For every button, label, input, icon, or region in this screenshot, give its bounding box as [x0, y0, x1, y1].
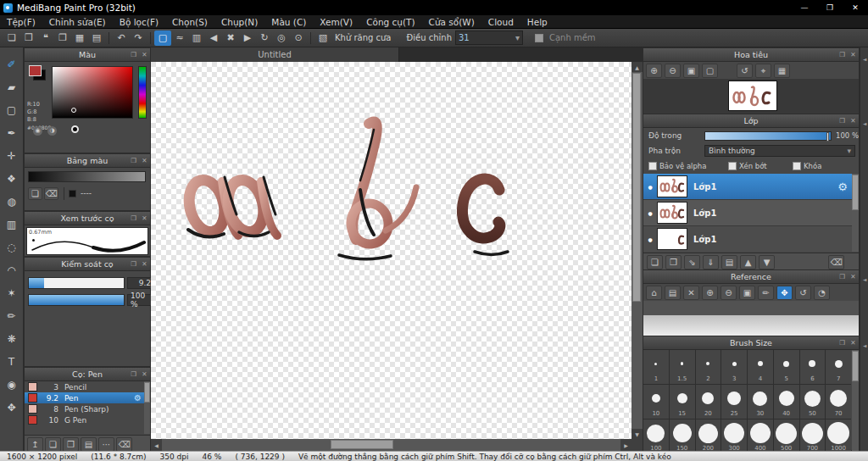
panel-float-icon[interactable]: ❐	[837, 117, 848, 125]
layer-add-icon[interactable]: ❏	[647, 255, 663, 269]
navigator-preview-area[interactable]	[643, 79, 859, 114]
scroll-up-icon[interactable]: ▲	[632, 62, 643, 72]
ref-zoom-in-icon[interactable]: ⊕	[702, 286, 718, 300]
clipping-check[interactable]: Xén bớt	[728, 162, 767, 170]
opacity-slider-handle[interactable]	[826, 132, 829, 142]
panel-close-icon[interactable]: ✕	[848, 273, 859, 280]
minimize-button[interactable]: —	[792, 0, 817, 15]
reference-canvas-area[interactable]	[643, 315, 859, 336]
lock-check[interactable]: Khóa	[793, 162, 821, 170]
ref-rotate-icon[interactable]: ↺	[795, 286, 811, 300]
brush-size-option[interactable]: 700	[800, 419, 826, 453]
scroll-left-icon[interactable]: ◀	[151, 439, 162, 451]
ref-pipette-icon[interactable]: ◔	[814, 286, 830, 300]
menu-file[interactable]: Tệp(F)	[0, 15, 42, 29]
adjust-dropdown[interactable]: 31 ▾	[455, 31, 523, 45]
brush-menu-icon[interactable]: ⋯	[98, 437, 114, 452]
palette-color-swatch[interactable]	[69, 190, 76, 197]
canvas-vscrollbar[interactable]: ▲ ▼	[632, 62, 643, 439]
layer-trash-icon[interactable]: ⌫	[828, 255, 844, 269]
lasso-tool-icon[interactable]: ◌	[2, 236, 22, 258]
panel-float-icon[interactable]: ❐	[128, 51, 139, 58]
brush-opacity-slider[interactable]	[28, 294, 125, 306]
palette-add-icon[interactable]: ❏	[28, 187, 42, 200]
brush-up-icon[interactable]: ↥	[27, 437, 43, 452]
brush-size-option[interactable]: 300	[721, 419, 747, 453]
undo-button[interactable]: ↶	[113, 31, 130, 46]
ref-folder-icon[interactable]: ▤	[665, 286, 681, 300]
panel-float-icon[interactable]: ❐	[837, 51, 848, 58]
panel-float-icon[interactable]: ❐	[128, 214, 139, 222]
layer-row[interactable]: ● Lớp1	[643, 200, 852, 226]
nav-crosshair-icon[interactable]: ⌖	[755, 64, 771, 78]
zoom-tool-icon[interactable]: ◉	[2, 373, 22, 396]
magic-wand-tool-icon[interactable]: ✶	[2, 281, 22, 304]
curve-tool-icon[interactable]: ◠	[2, 258, 22, 281]
brush-size-option[interactable]: 50	[800, 385, 826, 419]
layer-folder-icon[interactable]: ▤	[721, 255, 737, 269]
menu-view[interactable]: Xem(V)	[313, 15, 359, 29]
panel-collapse-icon[interactable]: ◄	[860, 339, 868, 351]
snap-target-button[interactable]: ⊙	[290, 31, 307, 46]
gradient-tool-icon[interactable]: ▥	[2, 213, 22, 236]
cancel-select-button[interactable]: ✖	[222, 31, 239, 46]
menu-filter[interactable]: Bộ lọc(F)	[113, 15, 165, 29]
nav-rotate-icon[interactable]: ↺	[737, 64, 753, 78]
layer-duplicate-icon[interactable]: ❐	[665, 255, 682, 269]
protect-alpha-check[interactable]: Bảo vệ alpha	[648, 162, 706, 170]
brush-size-option[interactable]: 70	[826, 385, 851, 419]
scroll-down-icon[interactable]: ▼	[632, 429, 643, 439]
brush-size-option[interactable]: 1.5	[670, 350, 695, 384]
layer-visible-icon[interactable]: ●	[643, 210, 657, 216]
pen-tool-icon[interactable]: ✒	[2, 121, 22, 144]
brush-size-option[interactable]: 25	[721, 385, 747, 419]
ref-hand-icon[interactable]: ✥	[776, 286, 793, 300]
brush-size-option[interactable]: 4	[748, 350, 773, 384]
text-tool-icon[interactable]: T	[2, 350, 22, 373]
layer-merge-icon[interactable]: ⇓	[703, 255, 719, 269]
close-button[interactable]: ✕	[843, 0, 868, 15]
layer-settings-gear-icon[interactable]: ⚙	[837, 181, 848, 193]
brush-size-option[interactable]: 40	[774, 385, 799, 419]
hscroll-thumb[interactable]	[331, 440, 393, 449]
brush-size-option[interactable]: 6	[800, 350, 826, 384]
brush-item-g-pen[interactable]: 10 G Pen	[25, 414, 144, 425]
panel-collapse-icon[interactable]: ◄	[860, 53, 868, 64]
layer-opacity-slider[interactable]	[704, 131, 832, 141]
nav-zoom-in-icon[interactable]: ⊕	[646, 64, 662, 78]
panel-close-icon[interactable]: ✕	[848, 117, 859, 125]
menu-color[interactable]: Màu (C)	[264, 15, 313, 29]
nav-zoom-fit-icon[interactable]: ▣	[683, 64, 699, 78]
duplicate-button[interactable]: ❐	[54, 31, 71, 46]
blur-tool-icon[interactable]: ❋	[2, 327, 22, 350]
layers-stack-button[interactable]: ▥	[188, 31, 205, 46]
layer-row[interactable]: ● Lớp1 ⚙	[643, 174, 852, 200]
brush-trash-icon[interactable]: ⌫	[116, 437, 132, 452]
ref-zoom-fit-icon[interactable]: ▣	[739, 286, 755, 300]
stamp-tool-icon[interactable]: ❖	[2, 167, 22, 190]
color-picker-cursor[interactable]	[71, 108, 76, 113]
maximize-button[interactable]: ❐	[817, 0, 843, 15]
panel-close-icon[interactable]: ✕	[139, 51, 150, 58]
pencil-tool-icon[interactable]: ✏	[2, 304, 22, 327]
new-file-button[interactable]: ❏	[3, 31, 20, 46]
snap-circle-button[interactable]: ◎	[273, 31, 290, 46]
brush-size-option[interactable]: 1000	[826, 419, 851, 453]
hand-tool-icon[interactable]: ✥	[2, 396, 22, 419]
brush-duplicate-icon[interactable]: ❐	[63, 437, 79, 452]
scroll-right-icon[interactable]: ▶	[620, 439, 632, 451]
redo-button[interactable]: ↷	[130, 31, 147, 46]
panel-float-icon[interactable]: ❐	[128, 157, 139, 164]
spoid-mode-icon[interactable]: ◑	[47, 126, 57, 136]
panel-close-icon[interactable]: ✕	[139, 157, 150, 164]
brush-size-option[interactable]: 7	[826, 350, 851, 384]
hue-slider[interactable]	[138, 66, 147, 119]
brush-size-slider[interactable]	[28, 277, 125, 289]
palette-item-label[interactable]: ----	[81, 189, 92, 197]
document-tab[interactable]: Untitled	[151, 47, 399, 62]
layer-move-up-icon[interactable]: ▲	[740, 255, 756, 269]
antialias-icon[interactable]: ▧	[314, 31, 331, 46]
brush-size-option[interactable]: 10	[643, 385, 669, 419]
brush-size-option[interactable]: 20	[696, 385, 721, 419]
brush-size-option[interactable]: 1	[643, 350, 669, 384]
